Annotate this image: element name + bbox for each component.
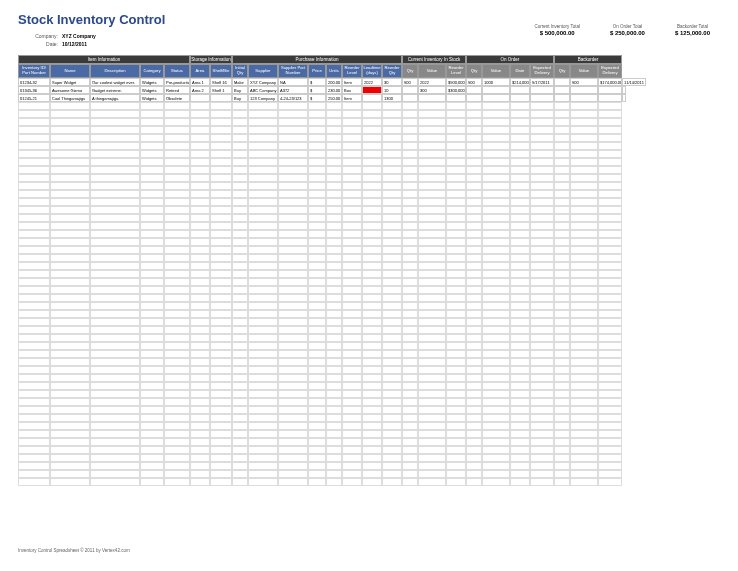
col-header: Qty [554,64,570,78]
company-value: XYZ Company [62,33,96,39]
cell: 2022 [362,78,382,86]
meta-date: Date: 10/12/2011 [18,41,720,47]
cell [530,86,554,94]
section-backorder: Backorder [554,55,622,64]
cell [402,86,418,94]
empty-row [18,302,720,310]
col-header: Initial Qty [232,64,248,78]
table-row: 01234-32Super WidgetOur coolest widget e… [18,78,720,86]
date-value: 10/12/2011 [62,41,87,47]
cell: Awesome Gizmo [50,86,90,94]
cell: 900 [466,78,482,86]
empty-row [18,446,720,454]
total-backorder-label: Backorder Total [675,24,710,29]
cell [466,94,482,102]
section-storage: Storage Information [190,55,232,64]
col-header: Price [308,64,326,78]
cell [530,94,554,102]
cell: 900 [570,78,598,86]
empty-row [18,134,720,142]
empty-row [18,270,720,278]
empty-row [18,334,720,342]
cell: 200.00 [326,78,342,86]
cell: 9/17/2011 [530,78,554,86]
cell [554,78,570,86]
cell: 900 [402,78,418,86]
section-item: Item Information [18,55,190,64]
cell: XYZ Company [248,78,278,86]
col-header: Reorder Level [342,64,362,78]
empty-row [18,110,720,118]
cell: Widgets [140,86,164,94]
col-header: Value [418,64,446,78]
empty-row [18,310,720,318]
col-header: Supplier Part Number [278,64,308,78]
cell: $ [308,86,326,94]
cell: Area 1 [190,78,210,86]
cell: Area 2 [190,86,210,94]
empty-row [18,398,720,406]
col-header: Shelf/Bin [210,64,232,78]
empty-row [18,118,720,126]
cell: Cool Thingamajigs [50,94,90,102]
cell: Widgets [140,78,164,86]
cell: Widgets [140,94,164,102]
cell: Gadget extreme. [90,86,140,94]
cell: 10 [382,86,402,94]
total-current-label: Current Inventory Total [534,24,579,29]
empty-row [18,182,720,190]
empty-row [18,326,720,334]
empty-row [18,390,720,398]
cell [418,94,446,102]
col-header: Units [326,64,342,78]
cell: Buy [232,94,248,102]
cell: 1300 [382,94,402,102]
empty-row [18,142,720,150]
empty-row [18,358,720,366]
col-header: Supplier [248,64,278,78]
empty-row [18,166,720,174]
total-onorder-value: $ 250,000.00 [610,30,645,36]
table-row: 01245-21Cool ThingamajigsA thingamajigs.… [18,94,720,102]
date-label: Date: [18,41,58,47]
empty-row [18,190,720,198]
cell: 01234-32 [18,78,50,86]
cell: 250.00 [326,94,342,102]
section-header-row: Item InformationStorage InformationPurch… [18,55,720,64]
cell: Our coolest widget ever. [90,78,140,86]
col-header: Leadtime (days) [362,64,382,78]
col-header: Value [482,64,510,78]
inventory-grid: Item InformationStorage InformationPurch… [18,55,720,486]
cell [190,94,210,102]
empty-row [18,206,720,214]
cell: Item [342,78,362,86]
cell: $ [308,94,326,102]
data-rows: 01234-32Super WidgetOur coolest widget e… [18,78,720,102]
empty-row [18,406,720,414]
cell: 4-24-23/123 [278,94,308,102]
cell [598,86,622,94]
col-header: Value [570,64,598,78]
col-header: Qty [402,64,418,78]
cell: 1000 [482,78,510,86]
empty-row [18,438,720,446]
empty-row [18,158,720,166]
empty-row [18,478,720,486]
cell: $214,000.00 [510,78,530,86]
cell: Box [342,86,362,94]
col-header: Reorder Qty [382,64,402,78]
empty-row [18,470,720,478]
cell: 230.00 [326,86,342,94]
cell: 01245-21 [18,94,50,102]
empty-row [18,262,720,270]
cell: 11/14/2011 [622,78,646,86]
totals-bar: Current Inventory Total $ 500,000.00 On … [534,24,710,36]
col-header: Expected Delivery [530,64,554,78]
cell: Pre-production [164,78,190,86]
cell: $ [308,78,326,86]
empty-row [18,294,720,302]
cell [446,94,466,102]
col-header: Qty [466,64,482,78]
empty-row [18,318,720,326]
cell [510,94,530,102]
